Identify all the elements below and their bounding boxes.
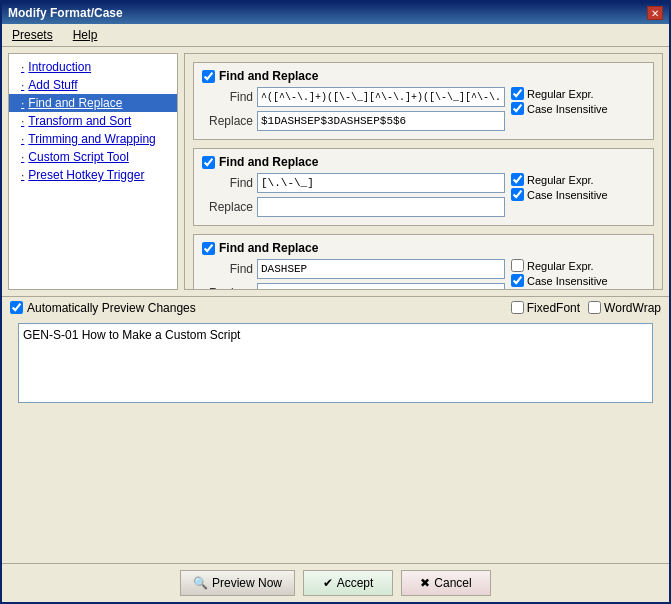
group1-replace-input[interactable] xyxy=(257,111,505,131)
group1-replace-label: Replace xyxy=(202,114,257,128)
group2-replace-row: Replace xyxy=(202,197,505,217)
group2-label: Find and Replace xyxy=(219,155,318,169)
group3-checkbox[interactable] xyxy=(202,242,215,255)
group1-label: Find and Replace xyxy=(219,69,318,83)
close-button[interactable]: ✕ xyxy=(647,6,663,20)
group1-case-label: Case Insensitive xyxy=(527,103,608,115)
group1-find-label: Find xyxy=(202,90,257,104)
word-wrap-checkbox[interactable] xyxy=(588,301,601,314)
fixed-font-label: FixedFont xyxy=(527,301,580,315)
group3-replace-input[interactable] xyxy=(257,283,505,290)
fixed-font-checkbox[interactable] xyxy=(511,301,524,314)
action-buttons: 🔍 Preview Now ✔ Accept ✖ Cancel xyxy=(2,563,669,602)
preview-icon: 🔍 xyxy=(193,576,208,590)
group2-fields: Find Replace Regular Expr. xyxy=(202,173,645,219)
sidebar-item-hotkey[interactable]: Preset Hotkey Trigger xyxy=(9,166,177,184)
menu-bar: Presets Help xyxy=(2,24,669,47)
group3-regex-row: Regular Expr. xyxy=(511,259,645,272)
group1-header: Find and Replace xyxy=(202,69,645,83)
group3-case-checkbox[interactable] xyxy=(511,274,524,287)
group3-find-label: Find xyxy=(202,262,257,276)
content-area: Introduction Add Stuff Find and Replace … xyxy=(2,47,669,296)
sidebar-item-add-stuff[interactable]: Add Stuff xyxy=(9,76,177,94)
sidebar-item-find-replace[interactable]: Find and Replace xyxy=(9,94,177,112)
group1-fields: Find Replace Regular Expr. xyxy=(202,87,645,133)
group3-replace-row: Replace xyxy=(202,283,505,290)
sidebar-item-introduction[interactable]: Introduction xyxy=(9,58,177,76)
fixed-font-opt: FixedFont xyxy=(511,301,580,315)
group1-checkbox[interactable] xyxy=(202,70,215,83)
cancel-icon: ✖ xyxy=(420,576,430,590)
preview-area: GEN-S-01 How to Make a Custom Script xyxy=(18,323,653,403)
group1-regex-checkbox[interactable] xyxy=(511,87,524,100)
group2-find-label: Find xyxy=(202,176,257,190)
preview-now-button[interactable]: 🔍 Preview Now xyxy=(180,570,295,596)
group1-regex-row: Regular Expr. xyxy=(511,87,645,100)
word-wrap-label: WordWrap xyxy=(604,301,661,315)
sidebar-item-transform[interactable]: Transform and Sort xyxy=(9,112,177,130)
find-replace-group-1: Find and Replace Find Replace xyxy=(193,62,654,140)
group2-fields-col: Find Replace xyxy=(202,173,505,219)
group2-replace-input[interactable] xyxy=(257,197,505,217)
group3-case-row: Case Insensitive xyxy=(511,274,645,287)
group1-options: Regular Expr. Case Insensitive xyxy=(505,87,645,115)
bottom-bar: Automatically Preview Changes FixedFont … xyxy=(2,296,669,319)
group3-replace-label: Replace xyxy=(202,286,257,290)
sidebar: Introduction Add Stuff Find and Replace … xyxy=(8,53,178,290)
font-options: FixedFont WordWrap xyxy=(511,301,661,315)
group3-case-label: Case Insensitive xyxy=(527,275,608,287)
group1-find-input[interactable] xyxy=(257,87,505,107)
group1-case-checkbox[interactable] xyxy=(511,102,524,115)
group3-fields-col: Find Replace xyxy=(202,259,505,290)
group2-regex-checkbox[interactable] xyxy=(511,173,524,186)
auto-preview-label: Automatically Preview Changes xyxy=(27,301,196,315)
sidebar-item-custom-script[interactable]: Custom Script Tool xyxy=(9,148,177,166)
group2-regex-label: Regular Expr. xyxy=(527,174,594,186)
group2-case-row: Case Insensitive xyxy=(511,188,645,201)
main-window: Modify Format/Case ✕ Presets Help Introd… xyxy=(0,0,671,604)
menu-presets[interactable]: Presets xyxy=(6,26,59,44)
group3-find-row: Find xyxy=(202,259,505,279)
group2-case-label: Case Insensitive xyxy=(527,189,608,201)
group3-find-input[interactable] xyxy=(257,259,505,279)
group2-replace-label: Replace xyxy=(202,200,257,214)
find-replace-group-3: Find and Replace Find Replace xyxy=(193,234,654,290)
group1-replace-row: Replace xyxy=(202,111,505,131)
accept-button[interactable]: ✔ Accept xyxy=(303,570,393,596)
group2-find-row: Find xyxy=(202,173,505,193)
group2-find-input[interactable] xyxy=(257,173,505,193)
word-wrap-opt: WordWrap xyxy=(588,301,661,315)
menu-help[interactable]: Help xyxy=(67,26,104,44)
group1-fields-col: Find Replace xyxy=(202,87,505,133)
accept-button-label: Accept xyxy=(337,576,374,590)
group3-label: Find and Replace xyxy=(219,241,318,255)
group2-options: Regular Expr. Case Insensitive xyxy=(505,173,645,201)
group3-options: Regular Expr. Case Insensitive xyxy=(505,259,645,287)
auto-preview-checkbox[interactable] xyxy=(10,301,23,314)
group1-case-row: Case Insensitive xyxy=(511,102,645,115)
group3-regex-checkbox[interactable] xyxy=(511,259,524,272)
preview-text: GEN-S-01 How to Make a Custom Script xyxy=(23,328,240,342)
main-panel: Find and Replace Find Replace xyxy=(184,53,663,290)
preview-button-label: Preview Now xyxy=(212,576,282,590)
window-title: Modify Format/Case xyxy=(8,6,123,20)
group3-regex-label: Regular Expr. xyxy=(527,260,594,272)
group1-regex-label: Regular Expr. xyxy=(527,88,594,100)
cancel-button[interactable]: ✖ Cancel xyxy=(401,570,491,596)
group2-header: Find and Replace xyxy=(202,155,645,169)
accept-icon: ✔ xyxy=(323,576,333,590)
title-bar: Modify Format/Case ✕ xyxy=(2,2,669,24)
find-replace-group-2: Find and Replace Find Replace xyxy=(193,148,654,226)
group2-regex-row: Regular Expr. xyxy=(511,173,645,186)
group2-checkbox[interactable] xyxy=(202,156,215,169)
sidebar-item-trimming[interactable]: Trimming and Wrapping xyxy=(9,130,177,148)
cancel-button-label: Cancel xyxy=(434,576,471,590)
group3-header: Find and Replace xyxy=(202,241,645,255)
group1-find-row: Find xyxy=(202,87,505,107)
auto-preview-row: Automatically Preview Changes xyxy=(10,301,196,315)
group2-case-checkbox[interactable] xyxy=(511,188,524,201)
group3-fields: Find Replace Regular Expr. xyxy=(202,259,645,290)
preview-wrapper: GEN-S-01 How to Make a Custom Script xyxy=(2,319,669,564)
